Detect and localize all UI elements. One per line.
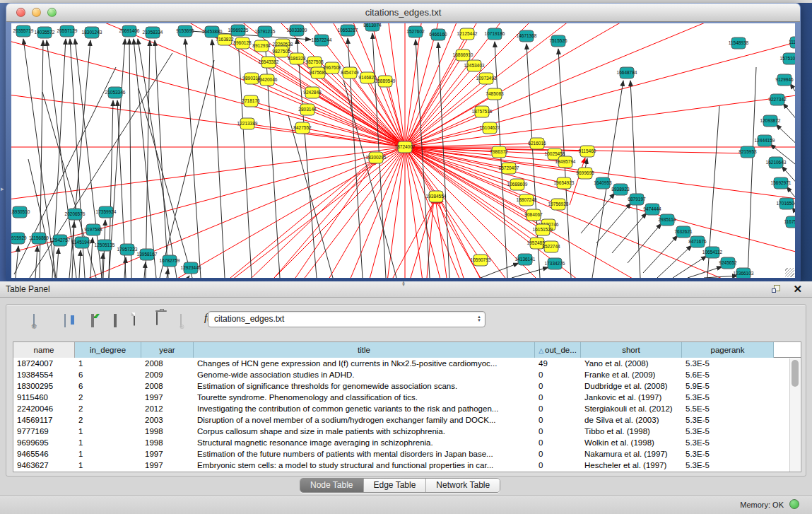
graph-node[interactable]: 9129946 [775,74,794,86]
select-columns-icon[interactable] [91,315,94,327]
graph-node[interactable]: 15692971 [771,177,792,189]
graph-node[interactable]: 8427552 [293,122,312,134]
graph-node[interactable]: 19756928 [548,199,569,210]
graph-node[interactable]: 9827508 [305,57,324,68]
dropdown-stepper-icon[interactable]: ▲▼ [477,313,481,322]
graph-node[interactable]: 16866910 [453,49,473,61]
graph-node[interactable]: 11156869 [29,233,49,244]
graph-node[interactable]: 9115460 [579,146,596,157]
graph-node[interactable]: 16543382 [259,57,279,68]
graph-node[interactable]: 19654923 [554,177,575,189]
graph-node[interactable]: 1640953 [594,177,612,189]
graph-node[interactable]: 18301243 [82,27,102,38]
split-pane-handle[interactable]: ▴▾ [399,281,408,284]
table-row[interactable]: 946554611997Estimation of the future num… [13,448,801,460]
graph-node[interactable]: 7632621 [674,226,693,238]
graph-node[interactable]: 18757516 [472,106,493,117]
graph-node[interactable]: 14136141 [515,254,536,265]
scrollbar-thumb[interactable] [792,360,799,387]
graph-node[interactable]: 18807249 [517,194,537,206]
graph-node[interactable]: 21053346 [105,87,126,98]
graph-node[interactable]: 11548938 [729,37,749,49]
graph-node[interactable]: 3915929 [11,233,27,244]
graph-node[interactable]: 2803144 [298,104,317,115]
column-header-year[interactable]: year [141,342,194,358]
table-row[interactable]: 969969511998Structural magnetic resonanc… [13,437,801,448]
graph-node[interactable]: 9699695 [576,168,594,179]
graph-node[interactable]: 12213389 [237,118,258,129]
graph-node[interactable]: 8215953 [739,146,757,158]
graph-node[interactable]: 17957223 [117,244,138,255]
table-row[interactable]: 1872400712008Changes of HCN gene express… [13,358,801,369]
graph-node[interactable]: 2967608 [323,62,341,74]
graph-node[interactable]: 18300295 [366,152,387,163]
column-header-out_de[interactable]: △out_de... [535,342,581,358]
graph-node[interactable]: 20557129 [57,25,78,37]
column-header-title[interactable]: title [194,342,535,358]
graph-node[interactable]: 10654112 [702,247,723,258]
graph-node[interactable]: 8912934 [252,40,271,52]
graph-node[interactable]: 10719186 [485,28,505,40]
graph-node[interactable]: 8613074 [363,23,382,31]
table-settings-icon[interactable]: ⚙ [33,315,35,327]
graph-node[interactable]: 10590793 [471,255,491,266]
row-height-icon[interactable] [114,315,117,327]
graph-node[interactable]: 7485083 [486,88,504,100]
graph-node[interactable]: 17016504 [777,198,795,209]
tab-node-table[interactable]: Node Table [300,479,364,492]
float-panel-icon[interactable] [772,285,781,294]
table-row[interactable]: 977716911998Corpus callosum shape and si… [13,426,801,437]
graph-node[interactable]: 15751074 [780,53,795,64]
graph-node[interactable]: 12125442 [457,28,478,40]
graph-node[interactable]: 9084067 [524,209,543,221]
graph-node[interactable]: 10688609 [507,179,528,190]
graph-node[interactable]: 12453403 [464,60,485,71]
graph-node[interactable]: 12505135 [95,240,115,251]
graph-node[interactable]: 14671368 [517,30,537,42]
graph-node[interactable]: 11451947 [72,237,93,248]
graph-node[interactable]: 16210643 [766,157,787,168]
panel-collapse-arrow-icon[interactable]: ▸ [1,185,4,192]
column-header-in_degree[interactable]: in_degree [75,342,141,358]
citation-network-graph[interactable]: 2035571914035572205571291830124320691406… [11,23,795,278]
graph-node[interactable]: 16104627 [480,122,500,134]
graph-node[interactable]: 9227342 [768,94,787,105]
graph-node[interactable]: 6879197 [628,194,646,205]
column-header-short[interactable]: short [581,342,682,358]
column-visibility-icon[interactable] [64,315,66,327]
node-table[interactable]: namein_degreeyeartitle△out_de...shortpag… [13,341,801,472]
graph-node[interactable]: 20691406 [119,25,140,37]
window-resize-grip[interactable] [785,268,794,277]
graph-node[interactable]: 16782759 [160,255,180,267]
graph-node[interactable]: 12366103 [734,268,754,278]
close-panel-icon[interactable]: ✕ [793,283,802,296]
graph-node[interactable]: 9242848 [303,87,322,98]
graph-node[interactable]: 8960128 [233,37,252,49]
graph-node[interactable]: 14035572 [35,27,55,38]
table-row[interactable]: 1938455462009Genome-wide association stu… [13,369,801,380]
graph-node[interactable]: 12444159 [755,135,775,146]
network-canvas[interactable]: 2035571914035572205571291830124320691406… [11,23,795,278]
graph-node[interactable]: 16648784 [617,67,637,78]
graph-node[interactable]: 18930510 [11,206,30,218]
graph-node[interactable]: 12923446 [181,262,201,274]
graph-node[interactable]: 8186328 [288,53,306,64]
table-row[interactable]: 2242004622012Investigating the contribut… [13,403,801,414]
table-row[interactable]: 1830029562008Estimation of significance … [13,380,801,392]
graph-node[interactable]: 20206576 [65,209,86,220]
graph-node[interactable]: 16033809 [287,25,307,36]
graph-node[interactable]: 18572244 [312,35,332,46]
table-row[interactable]: 946362711997Embryonic stem cells: a mode… [13,460,801,471]
graph-node[interactable]: 15889549 [375,76,396,87]
network-window-titlebar[interactable]: citations_edges.txt [6,4,800,22]
tab-edge-table[interactable]: Edge Table [364,479,427,492]
graph-node[interactable]: 7986372 [490,146,508,158]
graph-node[interactable]: 9146821 [358,72,377,83]
graph-node[interactable]: 16791215 [255,26,276,37]
graph-node[interactable]: 2935114 [659,214,676,226]
vertical-scrollbar[interactable] [789,358,800,472]
graph-node[interactable]: 6466160 [429,29,447,40]
graph-node[interactable]: 1167533 [784,216,795,228]
graph-node[interactable]: 8471676 [688,236,707,247]
graph-node[interactable]: 1111748 [789,37,795,48]
